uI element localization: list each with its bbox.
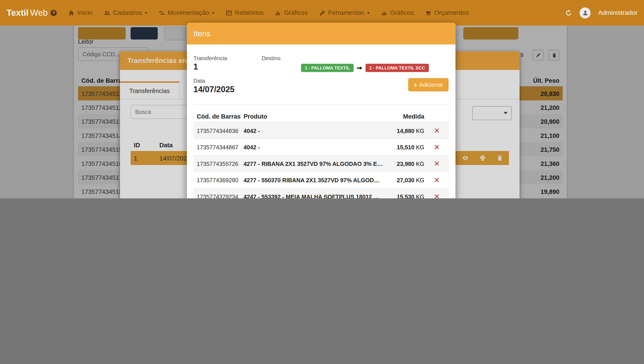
item-measure: 15,510 KG (387, 144, 424, 150)
nav-label: Cadastros (113, 9, 142, 16)
item-barcode: 1735774355726 (197, 160, 244, 167)
col-barcode: Cód. de Barras (197, 112, 244, 119)
nav-item-orcamentos[interactable]: Orçamentos (425, 9, 469, 16)
nav-label: Orçamentos (434, 9, 469, 16)
item-actions (424, 194, 449, 198)
item-measure: 15,530 KG (387, 193, 424, 198)
itens-modal-header: Itens (187, 23, 455, 44)
nav-item-cadastros[interactable]: Cadastros ▾ (104, 9, 147, 16)
transfer-route: 1 - PALLOMA TEXTIL 2 - PALLOMA TEXTIL SC… (301, 64, 429, 72)
divider (194, 104, 449, 104)
nav-item-inicio[interactable]: Início (68, 9, 92, 16)
item-actions (424, 177, 449, 183)
itens-modal: Itens Transferência 1 Destino 1 - PALLOM… (187, 23, 455, 198)
arrow-right-icon (356, 65, 363, 71)
item-product: 4042 - (244, 144, 387, 150)
transferencia-value: 1 (194, 62, 198, 72)
item-barcode: 1735774379234 (197, 193, 244, 198)
item-actions (424, 161, 449, 166)
remove-item-button[interactable] (434, 194, 439, 198)
item-barcode: 1735774344836 (197, 127, 244, 134)
nav-label: Início (77, 9, 92, 16)
item-row: 1735774355726 4277 - RIBANA 2X1 3527VD 9… (194, 155, 449, 172)
itens-table: Cód. de Barras Produto Medida 1735774344… (194, 110, 449, 198)
col-product: Produto (244, 112, 387, 119)
data-label: Data (194, 78, 205, 84)
nav-item-movimentacao[interactable]: Movimentação ▾ (159, 9, 214, 16)
nav-item-relatorios[interactable]: Relatórios (226, 9, 263, 16)
item-product: 4277 - 550370 RIBANA 2X1 3527VD 97% ALGO… (244, 177, 387, 183)
nav-label: Gráficos (284, 9, 308, 16)
caret-down-icon: ▾ (212, 11, 214, 15)
nav-label: Ferramentas (328, 9, 364, 16)
origin-badge: 1 - PALLOMA TEXTIL (301, 64, 354, 72)
itens-table-body: 1735774344836 4042 - 14,880 KG (194, 123, 449, 198)
destination-badge: 2 - PALLOMA TEXTIL SCC (366, 64, 429, 72)
report-icon (226, 10, 232, 16)
user-avatar[interactable] (580, 7, 591, 18)
col-measure: Medida (387, 112, 424, 119)
brand-textil: Textil (6, 8, 28, 18)
navbar-right: Administrador (565, 7, 637, 18)
item-actions (424, 144, 449, 150)
chart-icon (275, 10, 281, 16)
nav-item-graficos-1[interactable]: Gráficos (275, 9, 308, 16)
brand-web: Web (30, 8, 48, 18)
users-icon (104, 10, 110, 16)
remove-item-button[interactable] (434, 177, 439, 183)
data-value: 14/07/2025 (194, 85, 235, 94)
item-row: 1735774369280 4277 - 550370 RIBANA 2X1 3… (194, 172, 449, 188)
item-product: 4042 - (244, 127, 387, 134)
exchange-icon (159, 10, 165, 16)
item-row: 1735774344836 4042 - 14,880 KG (194, 123, 449, 139)
item-measure: 23,980 KG (387, 160, 424, 167)
item-product: 4277 - RIBANA 2X1 3527VD 97% ALGODAO 3% … (244, 160, 387, 167)
remove-icon (434, 194, 439, 198)
wrench-icon (319, 10, 326, 16)
chart-icon (381, 10, 387, 16)
nav-label: Gráficos (390, 9, 414, 16)
remove-icon (434, 177, 439, 183)
remove-item-button[interactable] (434, 128, 439, 133)
nav-item-graficos-2[interactable]: Gráficos (381, 9, 414, 16)
user-name: Administrador (598, 9, 638, 16)
item-actions (424, 128, 449, 133)
item-row: 1735774379234 4247 - 553392 - MEIA MALHA… (194, 189, 449, 198)
adicionar-label: Adicionar (419, 81, 443, 88)
remove-icon (434, 144, 439, 150)
brand-logo[interactable]: TextilWeb ? (6, 8, 56, 18)
destino-label: Destino (262, 55, 280, 61)
app-viewport: Leitor s Cód. de Barras Últ. Peso 173577… (0, 0, 644, 198)
transferencia-label: Transferência (194, 55, 227, 61)
remove-icon (434, 161, 439, 166)
itens-table-header: Cód. de Barras Produto Medida (194, 110, 449, 123)
nav-item-ferramentas[interactable]: Ferramentas ▾ (319, 9, 370, 16)
adicionar-button[interactable]: + Adicionar (408, 78, 448, 91)
item-row: 1735774344867 4042 - 15,510 KG (194, 139, 449, 155)
home-icon (68, 10, 74, 16)
nav-label: Movimentação (168, 9, 209, 16)
remove-item-button[interactable] (434, 161, 439, 166)
remove-item-button[interactable] (434, 144, 439, 150)
item-product: 4247 - 553392 - MEIA MALHA SOFTPLUS 1801… (244, 193, 387, 198)
caret-down-icon: ▾ (145, 11, 147, 15)
refresh-icon[interactable] (565, 9, 572, 16)
plus-icon: + (414, 81, 417, 88)
remove-icon (434, 128, 439, 133)
itens-modal-title: Itens (194, 29, 210, 38)
item-barcode: 1735774369280 (197, 177, 244, 183)
caret-down-icon: ▾ (367, 11, 370, 15)
top-navbar: TextilWeb ? Início Cadastros ▾ Movimenta… (0, 0, 644, 26)
item-measure: 14,880 KG (387, 127, 424, 134)
item-barcode: 1735774344867 (197, 144, 244, 150)
cart-icon (425, 10, 432, 16)
help-icon[interactable]: ? (50, 10, 57, 16)
nav-label: Relatórios (235, 9, 263, 16)
item-measure: 27,030 KG (387, 177, 424, 183)
